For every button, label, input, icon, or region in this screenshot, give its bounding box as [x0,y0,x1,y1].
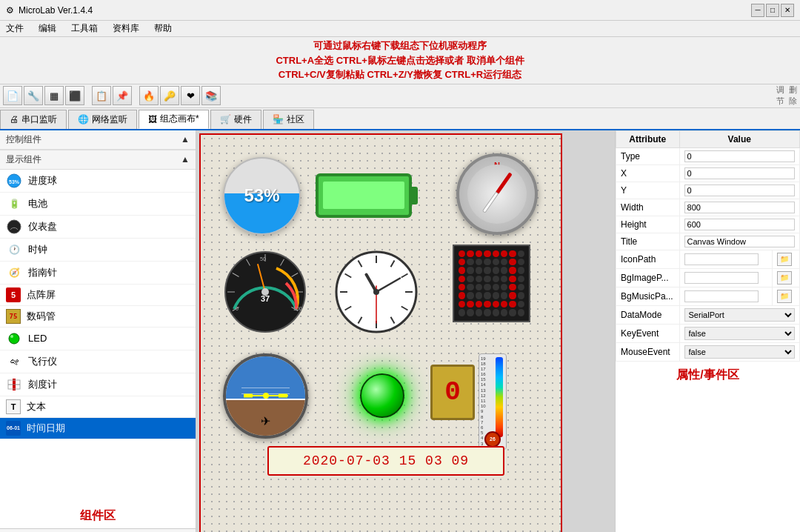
widget-battery[interactable] [316,173,412,218]
attr-type-input[interactable] [684,150,795,162]
svg-point-4 [10,335,13,338]
attr-row-mouseevent: MouseEvent false true [616,342,800,361]
attr-width-input[interactable] [684,202,795,213]
close-button[interactable]: ✕ [781,4,794,17]
comp-text[interactable]: T 文本 [0,396,196,418]
comp-datetime[interactable]: 06-01 时间日期 [0,418,196,439]
tb-paste[interactable]: 📌 [113,86,132,105]
attr-datamode-select[interactable]: SerialPort Network [684,308,795,322]
digit-tube-icon: 75 [6,309,21,324]
comp-gauge[interactable]: 仪表盘 [0,216,196,239]
compass-needle [481,172,512,213]
widget-gauge[interactable]: 37 0 100 50 [223,250,308,337]
attr-bgimagepath-file-btn[interactable]: 📁 [777,271,792,285]
comp-clock[interactable]: 🕐 时钟 [0,239,196,262]
chart-components-header[interactable]: 图表组件 ▼ [0,528,196,533]
menu-tools[interactable]: 工具箱 [68,21,101,36]
attr-y-input[interactable] [684,184,795,196]
info-banner: 可通过鼠标右键下载组态下位机驱动程序 CTRL+A全选 CTRL+鼠标左键点击选… [0,37,800,84]
tb-settings[interactable]: 🔧 [24,86,43,105]
menu-edit[interactable]: 编辑 [36,21,59,36]
info-line-3: CTRL+C/V复制粘贴 CTRL+Z/Y撤恢复 CTRL+R运行组态 [0,67,800,82]
attr-iconpath-file-btn[interactable]: 📁 [777,253,792,266]
attr-row-bgmusicpath: BgMusicPa... 📁 [616,287,800,305]
left-panel: 控制组件 ▲ 显示组件 ▲ 53% 进度球 🔋 电池 [0,130,196,533]
attr-row-datamode: DataMode SerialPort Network [616,305,800,324]
attr-keyevent-select[interactable]: false true [684,327,795,340]
minimize-button[interactable]: ─ [751,4,764,17]
svg-text:53%: 53% [9,179,20,184]
tb-grid[interactable]: ▦ [44,86,64,105]
tab-canvas[interactable]: 🖼 组态画布* [139,110,209,129]
attr-row-bgimagepath: BgImageP... 📁 [616,268,800,287]
canvas-scroll[interactable]: 53% N [196,130,615,533]
widget-digit-tube[interactable]: 0 [430,365,475,420]
attr-height-input[interactable] [684,219,795,230]
widget-progress-ball[interactable]: 53% [223,157,301,235]
tb-copy[interactable]: 📋 [92,86,111,105]
menu-file[interactable]: 文件 [3,21,27,36]
tab-network-label: 网络监听 [92,113,127,126]
menu-library[interactable]: 资料库 [110,21,142,36]
attr-height-label: Height [616,216,680,233]
attr-bgmusicpath-file-btn[interactable]: 📁 [777,290,792,303]
attr-row-keyevent: KeyEvent false true [616,324,800,342]
attr-title-label: Title [616,233,680,250]
display-section-label: 显示组件 [6,153,41,166]
widget-attitude[interactable]: ✈ [223,353,308,439]
tb-key[interactable]: 🔑 [160,86,179,105]
center-area: 53% N [196,130,615,533]
tab-hardware-label: 硬件 [234,113,252,126]
attr-bgimagepath-input[interactable] [684,272,759,284]
canvas-container[interactable]: 53% N [199,133,562,533]
menu-help[interactable]: 帮助 [151,21,175,36]
attr-row-x: X [616,164,800,182]
widget-datetime[interactable]: 2020-07-03 15 03 09 [267,446,504,476]
comp-battery[interactable]: 🔋 电池 [0,193,196,216]
tab-serial-icon: 🖨 [10,114,19,124]
gauge-svg: 37 0 100 50 [223,250,308,335]
attr-title-input[interactable] [684,236,795,247]
display-components-header[interactable]: 显示组件 ▲ [0,150,196,170]
tb-book[interactable]: 📚 [201,86,221,105]
comp-led-matrix[interactable]: 5 点阵屏 [0,285,196,306]
comp-attitude[interactable]: 🛩 飞行仪 [0,350,196,373]
attr-col-value: Value [679,130,799,147]
right-panel: Attribute Value Type X Y Width [615,130,800,533]
app-title: MicroLab Ver.1.4.4 [19,5,93,16]
tb-layout[interactable]: ⬛ [65,86,84,105]
attr-mouseevent-select[interactable]: false true [684,345,795,359]
tab-serial[interactable]: 🖨 串口监听 [0,110,67,129]
attr-bgmusicpath-input[interactable] [684,290,759,302]
tab-network[interactable]: 🌐 网络监听 [68,110,137,129]
tab-community[interactable]: 🏪 社区 [263,110,314,129]
comp-compass[interactable]: 🧭 指南针 [0,262,196,285]
widget-thermometer[interactable]: 19 18 17 16 15 14 13 12 11 10 9 8 [479,353,507,450]
led-matrix-icon: 5 [6,287,21,302]
comp-text-label: 文本 [27,400,46,413]
comp-led-label: LED [28,333,47,344]
restore-button[interactable]: □ [766,4,779,17]
comp-led[interactable]: LED [0,327,196,350]
comp-progress-ball[interactable]: 53% 进度球 [0,170,196,193]
tb-run[interactable]: 🔥 [139,86,159,105]
comp-scale[interactable]: 刻度计 [0,373,196,396]
tab-hardware[interactable]: 🛒 硬件 [210,110,261,129]
widget-led-light[interactable] [360,373,404,418]
attr-iconpath-input[interactable] [684,253,759,265]
datetime-icon: 06-01 [6,421,21,436]
widget-led-matrix[interactable]: // Rendered inline via CSS [453,245,530,322]
attr-datamode-label: DataMode [616,305,680,324]
title-bar: ⚙ MicroLab Ver.1.4.4 ─ □ ✕ [0,0,800,21]
tab-serial-label: 串口监听 [21,113,57,126]
attr-row-type: Type [616,147,800,164]
widget-clock[interactable] [334,250,419,337]
comp-digit-tube[interactable]: 75 数码管 [0,306,196,327]
control-components-header[interactable]: 控制组件 ▲ [0,130,196,150]
widget-compass[interactable]: N [456,153,538,235]
tb-new[interactable]: 📄 [3,86,22,105]
attr-x-input[interactable] [684,167,795,179]
attr-bgmusicpath-label: BgMusicPa... [616,287,680,305]
tb-heart[interactable]: ❤ [181,86,200,105]
attitude-icon: 🛩 [6,353,22,370]
